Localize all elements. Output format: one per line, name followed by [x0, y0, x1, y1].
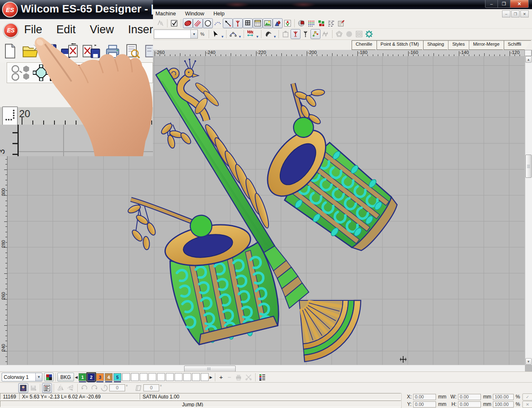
reshape-dropdown-icon[interactable]: ▼	[238, 29, 242, 39]
swatch-scroll-right-icon[interactable]: ▶	[209, 373, 213, 381]
empty-swatch[interactable]	[166, 373, 174, 381]
machine-format-icon[interactable]	[296, 18, 306, 28]
bkg-button[interactable]: BKG	[57, 373, 74, 381]
menu-item-machine[interactable]: Machine	[155, 10, 176, 17]
h-input[interactable]: 0.00	[458, 401, 481, 408]
stitch-pattern-icon[interactable]	[326, 18, 336, 28]
new-document-icon[interactable]	[2, 42, 18, 60]
ruler-tick	[4, 170, 7, 170]
ruler-tick	[5, 159, 7, 160]
minimize-button[interactable]: –	[485, 0, 498, 8]
portrait-image-icon[interactable]	[18, 383, 28, 393]
color-list-icon[interactable]	[257, 372, 267, 382]
background-scene-icon[interactable]	[263, 18, 273, 28]
scroll-down-icon[interactable]: ▼	[525, 358, 532, 365]
ruler-tick	[408, 51, 409, 56]
outline-stitch-icon[interactable]	[203, 18, 213, 28]
color-blocks-icon[interactable]	[316, 18, 326, 28]
ruler-corner	[525, 50, 532, 56]
select-arrow-icon[interactable]	[211, 29, 221, 39]
ruler-tick	[357, 51, 358, 56]
empty-swatch[interactable]	[140, 373, 148, 381]
color-swatch-3[interactable]: 3	[96, 373, 104, 381]
restore-button[interactable]: ❐	[498, 0, 510, 8]
mdi-restore-button[interactable]: ❐	[511, 10, 520, 17]
color-swatch-5[interactable]: 5	[113, 373, 121, 381]
ruler-tick	[205, 51, 206, 56]
y-input[interactable]: 0.00	[413, 401, 436, 408]
scroll-up-icon[interactable]: ▲	[525, 56, 532, 63]
empty-swatch[interactable]	[157, 373, 165, 381]
tab-schiffli[interactable]: Schiffli	[504, 40, 531, 50]
needle-plain-icon[interactable]	[300, 29, 310, 39]
measure-arrow-icon[interactable]	[223, 18, 233, 28]
horizontal-scrollbar[interactable]	[0, 365, 525, 372]
satin-fill-icon[interactable]	[183, 18, 193, 28]
palette-grid-icon[interactable]	[44, 373, 54, 381]
stitch-dropdown-icon[interactable]: ▼	[256, 29, 259, 39]
skew-angle-input[interactable]: 0	[143, 384, 159, 391]
artwork-flower-icon[interactable]	[283, 18, 293, 28]
pointing-hand	[17, 33, 153, 156]
motif-run-icon[interactable]	[213, 18, 223, 28]
colorway-select[interactable]: Colorway 1 ▼	[2, 373, 42, 381]
y-unit: mm	[438, 401, 446, 407]
vertical-scrollbar[interactable]: ▲ ▼	[525, 56, 532, 365]
menu-item-window[interactable]: Window	[185, 10, 204, 17]
color-swatch-4[interactable]: 4	[105, 373, 113, 381]
color-swatches: 12345	[79, 373, 209, 381]
auto-check-icon[interactable]	[169, 18, 179, 28]
menu-item-help[interactable]: Help	[213, 10, 224, 17]
zoom-combo[interactable]: ▼	[154, 29, 198, 39]
needle-pressed-icon[interactable]	[291, 29, 300, 39]
rotate-angle-input[interactable]: 0	[109, 384, 125, 391]
shapes-view-icon[interactable]	[273, 18, 283, 28]
scale-y-input[interactable]: 100.00	[493, 401, 513, 408]
stitch-density-icon[interactable]	[306, 18, 316, 28]
needle-point-icon[interactable]	[233, 18, 243, 28]
fan-skirt[interactable]	[299, 300, 361, 361]
select-dropdown-icon[interactable]: ▼	[221, 29, 224, 39]
right-drum[interactable]	[252, 113, 409, 260]
tab-mirror-merge[interactable]: Mirror-Merge	[469, 40, 510, 50]
design-report-icon[interactable]	[336, 18, 346, 28]
stitch-nnn-icon[interactable]	[246, 29, 256, 39]
zoom-dropdown-icon[interactable]: ▼	[190, 30, 197, 38]
pen-dropdown-icon[interactable]: ▼	[273, 29, 277, 39]
reshape-nodes-icon[interactable]	[228, 29, 238, 39]
transform-disabled-icon	[155, 18, 165, 28]
color-swatch-1[interactable]: 1	[79, 373, 86, 381]
design-worksheet-icon[interactable]	[253, 18, 263, 28]
mdi-close-button[interactable]: ✕	[520, 10, 529, 17]
node-edit-icon[interactable]	[310, 29, 320, 39]
color-swatch-2[interactable]: 2	[87, 373, 95, 381]
horizontal-scroll-thumb[interactable]	[184, 366, 236, 372]
empty-swatch[interactable]	[148, 373, 156, 381]
vertical-scroll-thumb[interactable]	[525, 155, 532, 178]
justify-list-icon[interactable]	[42, 383, 52, 393]
peacock-bird[interactable]	[180, 59, 271, 229]
scale-x-input[interactable]: 100.00	[493, 394, 513, 400]
empty-swatch[interactable]	[183, 373, 191, 381]
x-input[interactable]: 0.00	[413, 394, 436, 400]
colorway-dropdown-icon[interactable]: ▼	[35, 373, 42, 381]
empty-swatch[interactable]	[175, 373, 182, 381]
empty-swatch[interactable]	[201, 373, 209, 381]
close-button[interactable]: ✕	[510, 0, 529, 8]
zoom-value[interactable]	[154, 30, 190, 38]
empty-swatch[interactable]	[192, 373, 200, 381]
mdi-minimize-button[interactable]: –	[502, 10, 510, 17]
swatch-scroll-left-icon[interactable]: ◀	[74, 373, 79, 381]
decorative-star-icon[interactable]	[364, 29, 374, 39]
add-color-button[interactable]: +	[217, 372, 225, 382]
confirm-button[interactable]: ✓	[522, 393, 532, 401]
tatami-fill-icon[interactable]	[193, 18, 203, 28]
grid-toggle-icon[interactable]	[243, 18, 253, 28]
cancel-button[interactable]: ✕	[522, 401, 532, 408]
empty-swatch[interactable]	[131, 373, 139, 381]
pen-digitize-icon[interactable]	[263, 29, 273, 39]
empty-swatch[interactable]	[122, 373, 130, 381]
w-input[interactable]: 0.00	[458, 394, 481, 400]
tab-point-stitch-tm-[interactable]: Point & Stitch (TM)	[377, 40, 429, 50]
inset-ruler-origin-button[interactable]	[2, 106, 18, 125]
